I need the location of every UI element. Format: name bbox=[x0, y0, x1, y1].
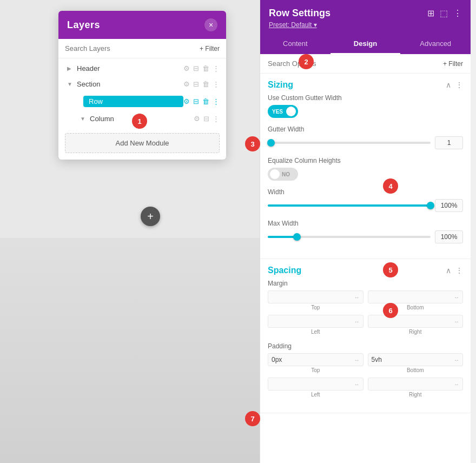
padding-right-input[interactable] bbox=[372, 380, 453, 388]
margin-bottom-input[interactable] bbox=[372, 293, 453, 301]
toggle-yes-label: YES bbox=[272, 109, 283, 115]
padding-top-link-icon[interactable]: ↔ bbox=[354, 357, 360, 363]
add-section-button[interactable]: + bbox=[141, 207, 160, 226]
padding-top-input[interactable] bbox=[272, 356, 353, 363]
equalize-height-field: Equalize Column Heights NO bbox=[268, 157, 463, 181]
max-width-input[interactable] bbox=[435, 230, 463, 243]
options-filter-button[interactable]: + Filter bbox=[443, 60, 463, 68]
layer-column-duplicate-icon[interactable]: ⊟ bbox=[203, 115, 209, 123]
padding-left-input[interactable] bbox=[272, 380, 353, 388]
layers-panel: Layers × + Filter ▶ Header ⚙ ⊟ 🗑 ⋮ ▼ Sec… bbox=[58, 11, 226, 160]
width-thumb[interactable] bbox=[427, 202, 434, 209]
gutter-width-toggle[interactable]: YES bbox=[268, 105, 298, 118]
layer-duplicate-icon[interactable]: ⊟ bbox=[193, 64, 199, 72]
tab-advanced[interactable]: Advanced bbox=[400, 34, 471, 54]
padding-right-cell: ↔ Right bbox=[368, 378, 464, 398]
layer-row-name: Row bbox=[83, 96, 183, 107]
padding-bottom-cell: ↔ Bottom bbox=[368, 353, 464, 373]
layer-column-settings-icon[interactable]: ⚙ bbox=[194, 115, 200, 123]
padding-right-input-row: ↔ bbox=[368, 378, 464, 391]
layers-search-bar: + Filter bbox=[58, 39, 226, 58]
gutter-width-input[interactable] bbox=[435, 136, 463, 149]
margin-bottom-label: Bottom bbox=[368, 305, 464, 310]
layer-row-delete-icon[interactable]: 🗑 bbox=[202, 97, 209, 105]
max-width-thumb[interactable] bbox=[293, 233, 301, 241]
layer-row-more-icon[interactable]: ⋮ bbox=[213, 97, 220, 105]
padding-left-cell: ↔ Left bbox=[268, 378, 363, 398]
layout-icon[interactable]: ⬚ bbox=[440, 8, 448, 18]
margin-grid: ↔ Top ↔ Bottom ↔ bbox=[268, 290, 463, 335]
tab-content[interactable]: Content bbox=[260, 34, 330, 54]
margin-right-link-icon[interactable]: ↔ bbox=[454, 319, 459, 325]
margin-top-link-icon[interactable]: ↔ bbox=[354, 294, 360, 300]
layer-row-settings-icon[interactable]: ⚙ bbox=[183, 97, 190, 105]
row-settings-preset[interactable]: Preset: Default ▾ bbox=[269, 21, 462, 29]
layer-delete-icon[interactable]: 🗑 bbox=[202, 64, 209, 72]
gutter-width-thumb[interactable] bbox=[267, 139, 275, 147]
more-options-icon[interactable]: ⋮ bbox=[453, 8, 462, 18]
margin-field: Margin ↔ Top ↔ Bottom bbox=[268, 280, 463, 335]
step-badge-6: 6 bbox=[383, 303, 398, 318]
width-fill bbox=[268, 204, 431, 207]
margin-top-cell: ↔ Top bbox=[268, 290, 363, 310]
margin-right-input[interactable] bbox=[372, 318, 453, 325]
layers-close-button[interactable]: × bbox=[204, 18, 217, 31]
layer-more-icon[interactable]: ⋮ bbox=[213, 64, 220, 72]
padding-left-link-icon[interactable]: ↔ bbox=[354, 381, 360, 387]
layer-item-header[interactable]: ▶ Header ⚙ ⊟ 🗑 ⋮ bbox=[58, 61, 226, 76]
expand-icon[interactable]: ⊞ bbox=[427, 8, 434, 18]
margin-right-label: Right bbox=[368, 329, 464, 335]
layer-section-duplicate-icon[interactable]: ⊟ bbox=[193, 80, 199, 88]
layer-settings-icon[interactable]: ⚙ bbox=[183, 64, 190, 72]
layer-item-row[interactable]: Row ⚙ ⊟ 🗑 ⋮ bbox=[58, 92, 226, 111]
row-settings-panel: Row Settings ⊞ ⬚ ⋮ Preset: Default ▾ Con… bbox=[260, 0, 471, 463]
layer-column-arrow: ▼ bbox=[80, 116, 88, 122]
width-track[interactable] bbox=[268, 204, 431, 207]
margin-bottom-input-row: ↔ bbox=[368, 290, 464, 303]
sizing-collapse-icon[interactable]: ∧ bbox=[446, 81, 451, 89]
toggle-knob bbox=[286, 107, 296, 116]
add-new-module-button[interactable]: Add New Module bbox=[65, 133, 220, 153]
layer-section-more-icon[interactable]: ⋮ bbox=[213, 80, 220, 88]
gutter-width-track[interactable] bbox=[268, 142, 431, 144]
padding-grid: ↔ Top ↔ Bottom ↔ bbox=[268, 353, 463, 398]
margin-left-input[interactable] bbox=[272, 318, 353, 325]
row-settings-header-icons: ⊞ ⬚ ⋮ bbox=[427, 8, 462, 18]
layers-search-input[interactable] bbox=[65, 44, 195, 52]
spacing-more-icon[interactable]: ⋮ bbox=[455, 266, 463, 275]
padding-left-label: Left bbox=[268, 392, 363, 398]
layer-section-settings-icon[interactable]: ⚙ bbox=[183, 80, 190, 88]
left-bottom-gray bbox=[0, 238, 260, 463]
padding-right-link-icon[interactable]: ↔ bbox=[454, 381, 459, 387]
layer-section-delete-icon[interactable]: 🗑 bbox=[202, 80, 209, 88]
max-width-track[interactable] bbox=[268, 236, 431, 238]
spacing-collapse-icon[interactable]: ∧ bbox=[446, 266, 451, 275]
margin-left-link-icon[interactable]: ↔ bbox=[354, 319, 360, 325]
padding-top-cell: ↔ Top bbox=[268, 353, 363, 373]
step-badge-3: 3 bbox=[245, 136, 260, 151]
layer-column-more-icon[interactable]: ⋮ bbox=[213, 115, 220, 123]
gutter-width-toggle-field: Use Custom Gutter Width YES bbox=[268, 94, 463, 118]
sizing-section-title: Sizing bbox=[268, 80, 293, 90]
options-search-input[interactable] bbox=[268, 59, 443, 68]
equalize-height-toggle[interactable]: NO bbox=[268, 168, 298, 181]
layer-section-icons: ⚙ ⊟ 🗑 ⋮ bbox=[183, 80, 220, 88]
layer-row-duplicate-icon[interactable]: ⊟ bbox=[193, 97, 199, 105]
width-input[interactable] bbox=[435, 199, 463, 212]
padding-bottom-input[interactable] bbox=[372, 356, 453, 363]
layer-item-section[interactable]: ▼ Section ⚙ ⊟ 🗑 ⋮ bbox=[58, 76, 226, 92]
padding-bottom-label: Bottom bbox=[368, 367, 464, 373]
step-badge-2: 2 bbox=[299, 54, 314, 69]
sizing-more-icon[interactable]: ⋮ bbox=[455, 81, 463, 89]
padding-top-input-row: ↔ bbox=[268, 353, 363, 366]
layers-panel-header: Layers × bbox=[58, 11, 226, 39]
margin-bottom-link-icon[interactable]: ↔ bbox=[454, 294, 459, 300]
layers-filter-button[interactable]: + Filter bbox=[200, 45, 220, 52]
gutter-width-slider-field: Gutter Width bbox=[268, 125, 463, 149]
margin-top-input[interactable] bbox=[272, 293, 353, 301]
margin-right-input-row: ↔ bbox=[368, 315, 464, 328]
padding-bottom-link-icon[interactable]: ↔ bbox=[454, 357, 459, 363]
margin-bottom-cell: ↔ Bottom bbox=[368, 290, 464, 310]
tab-design[interactable]: Design bbox=[330, 34, 401, 54]
gutter-width-slider-row bbox=[268, 136, 463, 149]
